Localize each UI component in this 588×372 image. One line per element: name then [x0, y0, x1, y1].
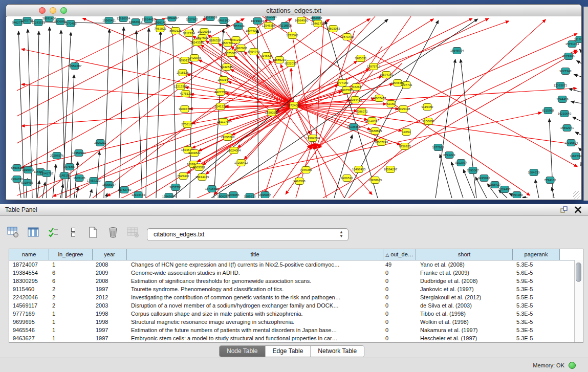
graph-node[interactable]: 1505135 [73, 175, 85, 182]
graph-edge[interactable] [294, 105, 577, 145]
graph-edge[interactable] [17, 18, 165, 91]
graph-node[interactable]: 11283521 [32, 19, 46, 26]
table-row[interactable]: 946362711997Embryonic stem cells: a mode… [9, 334, 583, 342]
network-canvas[interactable]: 9462733205572411283521206914068906884137… [7, 16, 581, 200]
column-header-pagerank[interactable]: pagerank [513, 249, 560, 260]
graph-node[interactable]: 16720407 [365, 118, 379, 124]
graph-edge[interactable] [549, 119, 553, 198]
graph-edge[interactable] [17, 21, 230, 26]
network-window-titlebar[interactable]: citations_edges.txt [6, 5, 581, 17]
table-mode-icon[interactable] [7, 226, 19, 238]
graph-node[interactable]: 19565411 [102, 17, 116, 24]
graph-node[interactable]: 19226058 [198, 29, 211, 35]
table-row[interactable]: 969969511998Structural magnetic resonanc… [9, 318, 583, 326]
graph-node[interactable]: 6791223 [443, 152, 455, 159]
graph-edge[interactable] [42, 182, 45, 198]
graph-edge[interactable] [522, 197, 528, 198]
graph-edge[interactable] [294, 105, 372, 194]
graph-node[interactable]: 17205412 [234, 160, 248, 166]
graph-node[interactable]: 10965684 [162, 193, 176, 199]
delete-column-icon[interactable] [107, 226, 119, 238]
graph-edge[interactable] [535, 180, 539, 198]
graph-edge[interactable] [440, 155, 452, 198]
table-row[interactable]: 977716911998Corpus callosum shape and si… [9, 310, 583, 318]
graph-node[interactable]: 8454749 [248, 49, 260, 55]
graph-node[interactable]: 2020212 [94, 140, 106, 146]
tab-edge-table[interactable]: Edge Table [266, 346, 311, 357]
graph-node[interactable]: 8186328 [209, 37, 221, 44]
graph-node[interactable]: 9857791 [169, 184, 182, 191]
graph-node[interactable]: 19654 [402, 129, 411, 136]
column-header-in_degree[interactable]: in_degree [49, 249, 93, 260]
graph-edge[interactable] [571, 102, 581, 103]
graph-node[interactable]: 8912934 [183, 30, 195, 37]
graph-node[interactable]: 1658427 [489, 182, 501, 188]
graph-edge[interactable] [119, 27, 124, 198]
graph-edge[interactable] [577, 61, 581, 63]
graph-edge[interactable] [21, 105, 294, 126]
graph-edge[interactable] [451, 162, 463, 198]
graph-node[interactable]: 9245055 [227, 192, 239, 199]
graph-node[interactable]: 9115460 [422, 104, 434, 111]
table-scrollbar-thumb[interactable] [576, 262, 581, 282]
graph-node[interactable]: 6466160 [217, 17, 230, 24]
graph-node[interactable]: 20206576 [50, 152, 64, 159]
graph-edge[interactable] [156, 31, 161, 198]
table-row[interactable]: 2242004622012Investigating the contribut… [9, 293, 583, 301]
graph-edge[interactable] [579, 148, 581, 150]
graph-node[interactable]: 7625402 [177, 173, 189, 180]
graph-edge[interactable] [573, 117, 581, 121]
graph-node[interactable]: 7695067 [467, 167, 479, 174]
graph-node[interactable]: 7857224 [232, 23, 245, 30]
graph-node[interactable]: 12093872 [554, 82, 568, 89]
graph-node[interactable]: 1370455 [64, 20, 77, 27]
graph-node[interactable]: 7754380 [511, 192, 523, 199]
graph-node[interactable]: 7734102 [544, 177, 556, 184]
graph-node[interactable]: 10653257 [165, 16, 179, 21]
column-header-title[interactable]: title [127, 249, 383, 260]
graph-edge[interactable] [60, 184, 63, 198]
table-row[interactable]: 1938455462009Genome-wide association stu… [9, 269, 583, 277]
column-header-short[interactable]: short [416, 249, 513, 260]
graph-node[interactable]: 9875685 [225, 50, 237, 57]
graph-node[interactable]: 3915941 [22, 167, 34, 173]
graph-edge[interactable] [136, 31, 142, 198]
graph-node[interactable]: 9102977 [455, 160, 467, 166]
graph-edge[interactable] [294, 89, 577, 105]
graph-node[interactable]: 16033809 [204, 16, 217, 21]
table-row[interactable]: 946554611997Estimation of the future num… [9, 326, 583, 334]
graph-node[interactable]: 10497435 [352, 166, 366, 173]
graph-node[interactable]: 5461234 [230, 37, 242, 43]
graph-node[interactable]: 9227343 [559, 68, 572, 75]
graph-edge[interactable] [37, 181, 39, 198]
graph-node[interactable]: 1604630 [528, 169, 540, 176]
graph-node[interactable]: 7046366 [300, 167, 312, 173]
graph-edge[interactable] [146, 28, 149, 198]
graph-node[interactable]: 1167534 [570, 153, 581, 160]
graph-node[interactable]: 9909479 [179, 106, 191, 113]
table-select-dropdown[interactable]: citations_edges.txt ▲▼ [147, 228, 349, 241]
graph-node[interactable]: 12213383 [174, 83, 188, 90]
graph-node[interactable]: 9150086 [422, 118, 434, 125]
graph-node[interactable]: 1024493 [498, 186, 511, 193]
tab-network-table[interactable]: Network Table [311, 346, 364, 357]
column-header-name[interactable]: name [9, 249, 49, 260]
graph-node[interactable]: 12546306 [262, 23, 276, 29]
graph-edge[interactable] [579, 49, 581, 51]
float-panel-icon[interactable] [560, 206, 568, 213]
graph-node[interactable]: 13958605 [368, 177, 382, 184]
graph-edge[interactable] [107, 105, 294, 196]
resize-grip[interactable] [573, 191, 580, 199]
graph-node[interactable]: 6522035 [285, 60, 297, 67]
graph-node[interactable]: 1609215 [244, 193, 256, 199]
graph-node[interactable]: 9603393 [193, 164, 205, 171]
graph-node[interactable]: 9245012 [478, 175, 490, 182]
graph-node[interactable]: 9146821 [260, 53, 273, 59]
graph-edge[interactable] [187, 74, 294, 105]
graph-node[interactable]: 1232545 [286, 32, 298, 39]
graph-node[interactable]: 1244419 [556, 96, 569, 103]
graph-edge[interactable] [53, 105, 294, 196]
graph-edge[interactable] [90, 189, 92, 198]
graph-node[interactable]: 9416568 [293, 178, 306, 185]
graph-node[interactable]: 746266 [351, 84, 362, 91]
